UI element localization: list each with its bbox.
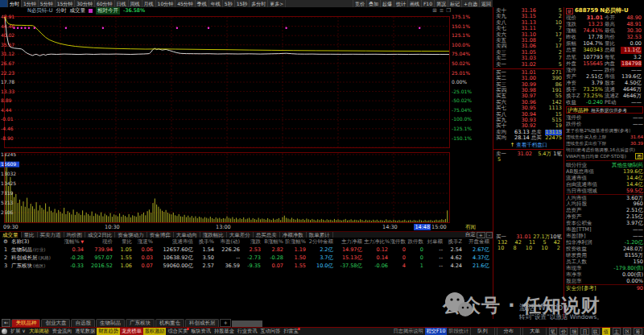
period-menu-item[interactable]: 15秒: [235, 0, 250, 7]
grid-view-icon[interactable]: ⊞: [432, 7, 436, 14]
period-menu-item[interactable]: 1分钟: [22, 0, 39, 7]
indicator-tab[interactable]: 大单动向: [174, 232, 200, 238]
toolbar-button[interactable]: +自选: [461, 0, 479, 7]
statusbar-item[interactable]: 持股基金: [213, 328, 236, 335]
view-toggle[interactable]: 大单: [522, 328, 547, 335]
column-header[interactable]: 换手%: [195, 238, 216, 246]
indicator-tab[interactable]: 成交2日比: [85, 232, 115, 238]
toolbar-button[interactable]: 返回: [479, 0, 493, 7]
level2-depth-link[interactable]: ↑ 查看千档盘口: [496, 142, 562, 148]
column-header[interactable]: 量比: [114, 238, 134, 246]
statusbar-item[interactable]: 板块资讯: [189, 328, 213, 335]
table-row[interactable]: 1生物制品(行业)0.34739.941.050.0612657.60亿1.54…: [0, 246, 493, 254]
toolbar-button[interactable]: 叠加: [366, 0, 380, 7]
indicator-tab[interactable]: 散单累计: [307, 232, 333, 238]
column-header[interactable]: 流通市值: [155, 238, 195, 246]
period-menu-item[interactable]: 季线: [196, 0, 209, 7]
statusbar-item[interactable]: 股权激励: [143, 328, 167, 335]
app-icon[interactable]: [0, 0, 8, 7]
tab-scroll-handle[interactable]: [232, 321, 262, 327]
column-header[interactable]: 2分钟金额: [308, 238, 335, 246]
period-menu-item[interactable]: 30分钟: [75, 0, 95, 7]
column-header[interactable]: 换手Z: [444, 238, 464, 246]
indicator-tab[interactable]: 均价图: [64, 232, 86, 238]
indicator-tab[interactable]: 量比: [22, 232, 38, 238]
gear-icon[interactable]: ⚙: [0, 238, 11, 246]
period-menu-item[interactable]: 更多>: [268, 0, 286, 7]
column-header[interactable]: 涨停数: [390, 238, 407, 246]
statusbar-item[interactable]: 扫雷宝: [282, 328, 300, 335]
column-header[interactable]: 开盘金额: [464, 238, 491, 246]
app-logo[interactable]: [2, 329, 7, 334]
period-menu-item[interactable]: 45分钟: [175, 0, 196, 7]
toolbar-button[interactable]: F10: [421, 0, 434, 7]
mini-view-button[interactable]: 细: [570, 328, 578, 335]
mini-view-button[interactable]: 区: [623, 328, 631, 335]
statusbar-item[interactable]: 财富趋势: [97, 328, 120, 335]
column-header[interactable]: 跌停数: [407, 238, 425, 246]
view-toggle[interactable]: 分布: [497, 328, 521, 335]
period-menu-item[interactable]: 60分钟: [95, 0, 115, 7]
statusbar-item[interactable]: 行业资讯: [236, 328, 259, 335]
add-tab-button[interactable]: +: [220, 319, 230, 327]
statusbar-item[interactable]: 逐笔数据: [73, 328, 97, 335]
column-header[interactable]: 市盈(动): [216, 238, 242, 246]
column-header[interactable]: 涨速%: [134, 238, 155, 246]
period-menu-item[interactable]: 15分钟: [56, 0, 76, 7]
mini-view-button[interactable]: 笔: [549, 328, 557, 335]
indicator-tab[interactable]: 买卖力道: [38, 232, 64, 238]
column-header[interactable]: 主力净比%: [364, 238, 390, 246]
zoom-in-button[interactable]: +: [477, 232, 485, 238]
zoom-out-button[interactable]: -: [486, 232, 493, 238]
period-menu-item[interactable]: 5秒: [223, 0, 235, 7]
page-tab[interactable]: 生物制品: [96, 319, 125, 327]
mini-view-button[interactable]: 日: [580, 328, 588, 335]
mini-view-button[interactable]: 价: [559, 328, 568, 335]
mini-view-button[interactable]: 值: [602, 328, 610, 335]
indicator-tab[interactable]: 资金驱动力: [115, 232, 147, 238]
expand-button[interactable]: 扩展 ∨: [9, 328, 27, 335]
statusbar-item[interactable]: 龙虎榜单: [120, 328, 143, 335]
statusbar-item[interactable]: 资金流向: [51, 328, 74, 335]
period-menu-item[interactable]: 多分时: [250, 0, 268, 7]
view-toggle[interactable]: 队列: [470, 328, 494, 335]
intraday-price-chart[interactable]: 48.9144.4640.0235.5731.1226.6722.2317.78…: [0, 14, 493, 151]
column-header[interactable]: 封单额: [425, 238, 444, 246]
column-header[interactable]: 涨幅% ▼: [63, 238, 85, 246]
statusbar-item[interactable]: 互动问答: [258, 328, 282, 335]
toolbar-button[interactable]: 统计: [394, 0, 407, 7]
mini-view-button[interactable]: 主: [613, 328, 621, 335]
page-tab[interactable]: 关联品种: [11, 319, 40, 327]
statusbar-item[interactable]: 大单揭秘: [27, 328, 51, 335]
period-menu-item[interactable]: 分时: [8, 0, 22, 7]
zoom-preset-label[interactable]: 自定: [465, 231, 476, 238]
column-header-name[interactable]: 名称(3): [11, 238, 63, 246]
toolbar-button[interactable]: 竞价: [353, 0, 366, 7]
indicator-tab[interactable]: 涨跌幅比: [200, 232, 227, 238]
page-tab[interactable]: 创业大盘: [41, 319, 70, 327]
column-header[interactable]: 现价: [85, 238, 114, 246]
list-view-icon[interactable]: ≡: [440, 7, 444, 14]
page-tab[interactable]: 广东板块: [126, 319, 155, 327]
period-menu-item[interactable]: 日线: [115, 0, 129, 7]
tabs-back-button[interactable]: ←: [2, 319, 10, 327]
indicator-tab[interactable]: 总买总卖: [254, 232, 280, 238]
maximize-icon[interactable]: ❐: [446, 7, 451, 14]
indicator-tab[interactable]: 资金博弈: [147, 232, 174, 238]
period-menu-item[interactable]: 5分钟: [39, 0, 56, 7]
toolbar-button[interactable]: 简况: [434, 0, 448, 7]
sim-trade-f10-button[interactable]: 程交F10: [425, 328, 448, 335]
indicator-tab[interactable]: 成交量: [0, 232, 22, 238]
period-menu-item[interactable]: 10分钟: [156, 0, 176, 7]
indicator-tab[interactable]: 大单差分: [227, 232, 254, 238]
table-row[interactable]: 3广东板块(地区)-0.332016.521.060.0759060.00亿2.…: [0, 262, 493, 270]
column-header[interactable]: 涨跌: [242, 238, 262, 246]
intraday-volume-chart[interactable]: 18245156091303210425781952132606: [0, 151, 493, 224]
mini-view-button[interactable]: 联: [592, 328, 600, 335]
column-header[interactable]: 阶涨幅%: [285, 238, 308, 246]
column-header[interactable]: B涨幅%: [262, 238, 285, 246]
statusbar-item[interactable]: 综合买卖: [166, 328, 189, 335]
toolbar-button[interactable]: 画线: [407, 0, 421, 7]
period-menu-item[interactable]: 年线: [209, 0, 223, 7]
stage-stats-button[interactable]: 阶段统计: [448, 328, 469, 335]
